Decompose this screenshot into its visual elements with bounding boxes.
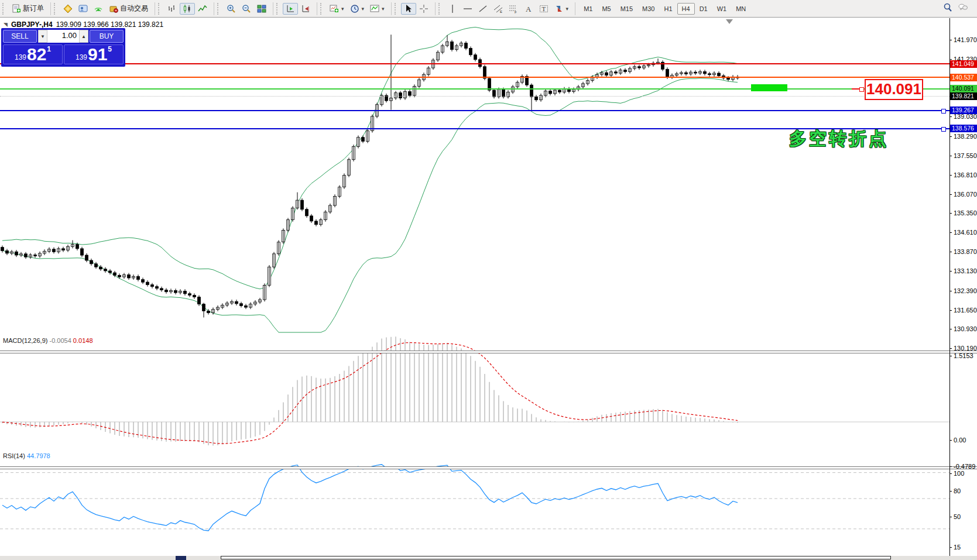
sell-price-tile[interactable]: 139 82 1 xyxy=(3,44,63,64)
community-icon[interactable] xyxy=(958,3,968,15)
price-badge-140.537: 140.537 xyxy=(950,74,977,81)
timeframe-m15[interactable]: M15 xyxy=(616,3,637,15)
panel-divider-macd[interactable] xyxy=(0,351,977,353)
toolbar-separator xyxy=(214,2,214,15)
hline-button[interactable] xyxy=(460,3,475,15)
price-box-handle[interactable] xyxy=(859,87,864,92)
vline-button[interactable] xyxy=(445,3,460,15)
trendline-button[interactable] xyxy=(475,3,491,15)
crosshair-button[interactable] xyxy=(416,3,431,15)
timeframe-m1[interactable]: M1 xyxy=(579,3,597,15)
zoom-in-button[interactable] xyxy=(224,3,239,15)
metaeditor-button[interactable] xyxy=(60,3,76,15)
profiles-icon xyxy=(350,4,359,13)
terminal-button[interactable] xyxy=(76,3,91,15)
main-chart-canvas[interactable] xyxy=(0,18,949,334)
bar-chart-button[interactable] xyxy=(164,3,180,15)
text-button[interactable]: A xyxy=(521,3,536,15)
price-tick-label: 136.070 xyxy=(954,191,977,198)
volume-value[interactable]: 1.00 xyxy=(47,30,79,43)
chart-window[interactable]: ◥ GBPJPY-,H4 139.909 139.966 139.821 139… xyxy=(0,18,977,560)
price-tick-label: 138.290 xyxy=(954,133,977,140)
volume-stepper: ▼ 1.00 ▲ xyxy=(38,30,88,43)
scrollbar-left-block[interactable] xyxy=(176,556,186,560)
toolbar-group-6 xyxy=(399,1,433,17)
price-tick-dash xyxy=(949,136,952,137)
timeframe-w1[interactable]: W1 xyxy=(712,3,732,15)
volume-increase-button[interactable]: ▲ xyxy=(79,30,88,43)
scrollbar-thumb[interactable] xyxy=(221,556,891,559)
price-line-141.049[interactable] xyxy=(0,63,949,64)
price-tick-dash xyxy=(949,252,952,252)
cursor-button[interactable] xyxy=(401,3,416,15)
price-tick-label: 141.970 xyxy=(954,36,977,43)
panel-divider-rsi[interactable] xyxy=(0,466,977,469)
timeframe-m30[interactable]: M30 xyxy=(637,3,659,15)
profiles-button[interactable]: ▾ xyxy=(347,3,368,15)
horizontal-scrollbar[interactable] xyxy=(0,556,977,560)
timeframe-mn[interactable]: MN xyxy=(731,3,750,15)
dropdown-caret-icon[interactable]: ▾ xyxy=(341,6,344,12)
price-tick-label: 135.350 xyxy=(954,209,977,217)
price-tick-label: 130.190 xyxy=(954,345,977,352)
macd-tick-label: -0.4789 xyxy=(954,463,975,470)
price-line-handle[interactable] xyxy=(941,127,946,132)
rsi-tick-dash xyxy=(949,473,952,474)
dropdown-caret-icon[interactable]: ▾ xyxy=(566,6,569,12)
price-line-139.267[interactable] xyxy=(0,110,949,111)
price-badge-141.049: 141.049 xyxy=(950,60,977,68)
sell-button[interactable]: SELL xyxy=(3,30,37,43)
price-tick-dash xyxy=(949,291,952,291)
toolbar-grip xyxy=(395,3,398,15)
rsi-name: RSI(14) xyxy=(3,452,25,459)
dropdown-caret-icon[interactable]: ▾ xyxy=(362,6,365,12)
price-annotation-box[interactable]: 140.091 xyxy=(865,79,923,100)
autotrading-button[interactable]: 自动交易 xyxy=(106,3,151,15)
price-tick-dash xyxy=(949,194,952,195)
price-line-handle[interactable] xyxy=(941,109,946,114)
price-line-140.091[interactable] xyxy=(0,88,949,90)
zoom-out-button[interactable] xyxy=(239,3,254,15)
candles xyxy=(1,42,739,312)
tile-windows-button[interactable] xyxy=(254,3,269,15)
volume-decrease-button[interactable]: ▼ xyxy=(38,30,47,43)
new-order-button[interactable]: 新订单 xyxy=(9,3,47,15)
timeframe-h1[interactable]: H1 xyxy=(660,3,677,15)
buy-button[interactable]: BUY xyxy=(90,30,124,43)
fibonacci-button[interactable]: F xyxy=(506,3,521,15)
svg-text:A: A xyxy=(526,5,532,13)
timeframe-h4[interactable]: H4 xyxy=(677,3,695,15)
signals-button[interactable] xyxy=(91,3,106,15)
auto-scroll-button[interactable] xyxy=(283,3,298,15)
chart-shift-button[interactable] xyxy=(298,3,313,15)
zoom-in-icon xyxy=(227,4,236,13)
symbol-title: GBPJPY-,H4 xyxy=(11,20,53,29)
timeframe-d1[interactable]: D1 xyxy=(695,3,712,15)
price-tick-label: 134.610 xyxy=(954,229,977,236)
label-button[interactable]: T xyxy=(536,3,551,15)
search-icon[interactable] xyxy=(943,3,952,15)
shapes-icon xyxy=(554,4,564,13)
macd-tick-dash xyxy=(949,466,952,467)
shapes-button[interactable]: ▾ xyxy=(551,3,572,15)
green-highlight-bar[interactable] xyxy=(751,84,787,91)
line-chart-button[interactable] xyxy=(195,3,210,15)
chart-shift-marker-icon[interactable] xyxy=(726,19,733,24)
price-line-139.821[interactable] xyxy=(0,96,949,97)
buy-price-tile[interactable]: 139 91 5 xyxy=(64,44,124,64)
macd-tick-dash xyxy=(949,440,952,441)
dropdown-caret-icon[interactable]: ▾ xyxy=(382,6,385,12)
toolbar-group-2 xyxy=(163,1,212,17)
price-line-140.537[interactable] xyxy=(0,77,949,78)
chinese-note-text[interactable]: 多空转折点 xyxy=(789,127,889,151)
macd-tick-label: 0.00 xyxy=(954,437,966,444)
rsi-canvas[interactable] xyxy=(0,450,949,547)
indicators-button[interactable]: ▾ xyxy=(367,3,388,15)
timeframe-m5[interactable]: M5 xyxy=(597,3,615,15)
new-chart-button[interactable]: ▾ xyxy=(327,3,347,15)
rsi-label: RSI(14) 44.7978 xyxy=(3,452,50,459)
buy-price-big: 91 xyxy=(88,46,107,63)
candlestick-chart-button[interactable] xyxy=(180,3,195,15)
trendline-icon xyxy=(478,4,488,13)
channel-button[interactable]: E xyxy=(491,3,506,15)
